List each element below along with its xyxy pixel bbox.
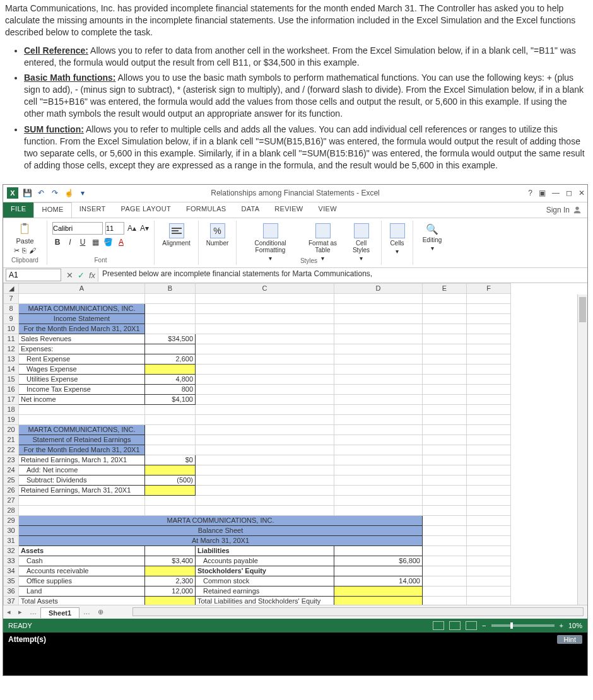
cell[interactable]: 4,800: [145, 374, 196, 384]
row-header[interactable]: 21: [4, 435, 19, 445]
touch-mode-icon[interactable]: ☝: [64, 188, 74, 198]
cell[interactable]: Stockholders' Equity: [196, 566, 334, 576]
row-header[interactable]: 12: [4, 344, 19, 354]
row-header[interactable]: 29: [4, 515, 19, 525]
row-header[interactable]: 35: [4, 576, 19, 586]
zoom-out-icon[interactable]: −: [482, 622, 486, 629]
name-box[interactable]: [6, 269, 61, 281]
row-header[interactable]: 33: [4, 556, 19, 566]
new-sheet-icon[interactable]: ⊕: [94, 608, 107, 616]
cancel-formula-icon[interactable]: ✕: [64, 269, 75, 281]
copy-icon[interactable]: ⎘: [22, 247, 26, 254]
cell[interactable]: Income Tax Expense: [19, 384, 145, 394]
cell[interactable]: Wages Expense: [19, 364, 145, 374]
cell[interactable]: Cash: [19, 556, 145, 566]
page-break-view-icon[interactable]: [466, 621, 477, 630]
input-cell[interactable]: [145, 566, 196, 576]
cell[interactable]: Retained earnings: [196, 586, 334, 596]
cell[interactable]: Utilities Expense: [19, 374, 145, 384]
col-header-f[interactable]: F: [467, 283, 511, 293]
cell[interactable]: Balance Sheet: [19, 525, 423, 535]
zoom-in-icon[interactable]: +: [560, 622, 563, 629]
input-cell[interactable]: [145, 485, 196, 495]
horizontal-scrollbar[interactable]: [132, 607, 584, 616]
cell[interactable]: Accounts payable: [196, 556, 334, 566]
cell[interactable]: 12,000: [145, 586, 196, 596]
row-header[interactable]: 11: [4, 334, 19, 344]
cell[interactable]: Retained Earnings, March 1, 20X1: [19, 455, 145, 465]
row-header[interactable]: 10: [4, 324, 19, 334]
undo-icon[interactable]: ↶: [36, 188, 46, 198]
paste-button[interactable]: Paste: [16, 222, 33, 245]
fill-color-icon[interactable]: 🪣: [103, 236, 114, 248]
cell[interactable]: Net income: [19, 394, 145, 404]
tab-formulas[interactable]: FORMULAS: [179, 202, 234, 218]
cell[interactable]: Assets: [19, 545, 145, 556]
col-header-a[interactable]: A: [19, 283, 145, 293]
cut-icon[interactable]: ✂: [14, 247, 20, 255]
cell[interactable]: 14,000: [334, 576, 423, 586]
alignment-button[interactable]: Alignment: [160, 222, 193, 248]
sheet-nav-first-icon[interactable]: ◂: [3, 608, 15, 616]
input-cell[interactable]: [145, 596, 196, 605]
zoom-level[interactable]: 10%: [568, 622, 582, 629]
cell[interactable]: Total Assets: [19, 596, 145, 605]
cell[interactable]: Accounts receivable: [19, 566, 145, 576]
help-icon[interactable]: ?: [528, 189, 532, 197]
ribbon-options-icon[interactable]: ▣: [539, 189, 546, 197]
font-name-select[interactable]: [52, 222, 103, 235]
sheet-nav-more2[interactable]: …: [79, 608, 94, 615]
maximize-icon[interactable]: ◻: [566, 189, 572, 197]
cell[interactable]: Common stock: [196, 576, 334, 586]
input-cell[interactable]: [145, 465, 196, 475]
cell[interactable]: (500): [145, 475, 196, 485]
cell[interactable]: Sales Revenues: [19, 334, 145, 344]
bold-button[interactable]: B: [52, 236, 62, 248]
zoom-slider[interactable]: [491, 624, 555, 627]
font-color-icon[interactable]: A: [116, 236, 126, 248]
col-header-c[interactable]: C: [196, 283, 334, 293]
row-header[interactable]: 14: [4, 364, 19, 374]
row-header[interactable]: 9: [4, 313, 19, 324]
normal-view-icon[interactable]: [433, 621, 444, 630]
cell[interactable]: $0: [145, 455, 196, 465]
row-header[interactable]: 26: [4, 485, 19, 495]
cell[interactable]: 2,600: [145, 354, 196, 364]
cell[interactable]: For the Month Ended March 31, 20X1: [19, 324, 145, 334]
row-header[interactable]: 20: [4, 424, 19, 435]
row-header[interactable]: 17: [4, 394, 19, 404]
increase-font-icon[interactable]: A▴: [127, 223, 137, 234]
input-cell[interactable]: [334, 586, 423, 596]
cell[interactable]: MARTA COMMUNICATIONS, INC.: [19, 303, 145, 313]
cell[interactable]: $3,400: [145, 556, 196, 566]
input-cell[interactable]: [145, 364, 196, 374]
cell[interactable]: For the Month Ended March 31, 20X1: [19, 445, 145, 455]
row-header[interactable]: 16: [4, 384, 19, 394]
row-header[interactable]: 23: [4, 455, 19, 465]
cell[interactable]: $34,500: [145, 334, 196, 344]
tab-view[interactable]: VIEW: [311, 202, 344, 218]
row-header[interactable]: 37: [4, 596, 19, 605]
cell[interactable]: Statement of Retained Earnings: [19, 435, 145, 445]
row-header[interactable]: 31: [4, 535, 19, 545]
cell[interactable]: $4,100: [145, 394, 196, 404]
hint-button[interactable]: Hint: [557, 635, 582, 644]
cell[interactable]: MARTA COMMUNICATIONS, INC.: [19, 515, 423, 525]
row-header[interactable]: 36: [4, 586, 19, 596]
row-header[interactable]: 28: [4, 505, 19, 515]
cells-button[interactable]: Cells▾: [387, 222, 408, 256]
tab-home[interactable]: HOME: [33, 202, 71, 218]
italic-button[interactable]: I: [65, 236, 75, 248]
number-format-button[interactable]: % Number: [204, 222, 231, 248]
tab-file[interactable]: FILE: [3, 202, 33, 218]
formula-bar[interactable]: Presented below are incomplete financial…: [98, 268, 587, 282]
cell[interactable]: Income Statement: [19, 313, 145, 324]
cell[interactable]: Office supplies: [19, 576, 145, 586]
page-layout-view-icon[interactable]: [449, 621, 461, 630]
editing-button[interactable]: 🔍Editing▾: [418, 222, 446, 253]
cell[interactable]: Subtract: Dividends: [19, 475, 145, 485]
row-header[interactable]: 34: [4, 566, 19, 576]
row-header[interactable]: 32: [4, 545, 19, 556]
enter-formula-icon[interactable]: ✓: [75, 269, 86, 281]
row-header[interactable]: 7: [4, 293, 19, 303]
